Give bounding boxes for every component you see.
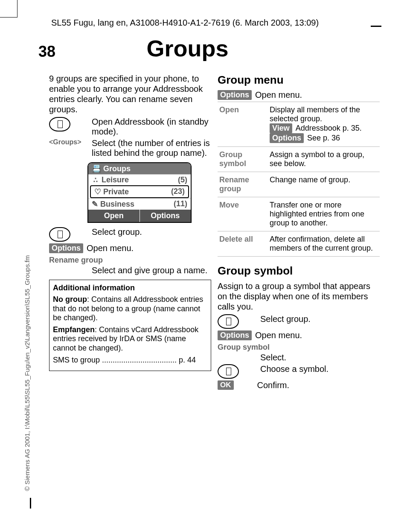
menu-key: Move <box>218 197 268 231</box>
crop-mark-tr <box>371 26 381 27</box>
screen-title-text: Groups <box>103 164 131 173</box>
right-column: Group menu Options Open menu. Open Displ… <box>218 73 380 392</box>
menu-row-group-symbol: Group symbolAssign a symbol to a group, … <box>218 147 380 172</box>
nav-icon <box>49 227 70 242</box>
rename-group-label: Rename group <box>49 256 211 265</box>
opt-txt: See p. 36 <box>307 134 340 142</box>
menu-row-open: Open Display all members of the selected… <box>218 102 380 147</box>
business-label: Business <box>100 200 134 208</box>
menu-val: Display all members of the selected grou… <box>268 102 380 147</box>
screen-row-private: ♡ Private (23) <box>90 185 189 198</box>
menu-val: Change name of group. <box>268 172 380 197</box>
menu-key: Group symbol <box>218 147 268 172</box>
info-heading: Additional information <box>53 284 207 292</box>
nav-icon <box>49 117 70 132</box>
view-softkey: View <box>270 123 292 133</box>
info-p3: SMS to group ...........................… <box>53 356 207 365</box>
row-label: ⛬ Leisure <box>92 175 129 184</box>
groups-select-txt: Select (the number of entries is listed … <box>92 138 211 158</box>
page-title: Groups <box>0 35 375 61</box>
menu-row-delete: Delete allAfter confirmation, delete all… <box>218 231 380 257</box>
group-menu-heading: Group menu <box>218 73 380 87</box>
open-menu-txt: Open menu. <box>255 90 380 100</box>
phone-screen: 📇 Groups ⛬ Leisure (5) ♡ Private (23) ✎ … <box>87 162 192 223</box>
crop-mark-bl <box>30 498 31 509</box>
info-p1-b: No group <box>53 295 87 304</box>
sym-open-menu: Open menu. <box>255 330 380 340</box>
group-symbol-heading: Group symbol <box>218 264 380 278</box>
info-p1: No group: Contains all Addressbook entri… <box>53 295 207 323</box>
row-count: (5) <box>178 175 187 184</box>
row-label: ✎ Business <box>92 199 134 209</box>
menu-row-move: MoveTransfer one or more highlighted ent… <box>218 197 380 231</box>
groups-key: <Groups> <box>49 138 92 146</box>
header-line: SL55 Fugu, lang en, A31008-H4910-A1-2-76… <box>51 18 319 28</box>
softkey-bar: Open Options <box>88 210 191 222</box>
menu-val: Transfer one or more highlighted entries… <box>268 197 380 231</box>
menu-val: Assign a symbol to a group, see below. <box>268 147 380 172</box>
sym-confirm: Confirm. <box>257 380 380 390</box>
sym-choose: Choose a symbol. <box>260 364 380 374</box>
info-p2-b: Empfangen <box>53 325 95 334</box>
side-copyright: © Siemens AG 2001, I:\Mobil\L55\SL55_Fug… <box>23 255 31 491</box>
view-txt: Addressbook p. 35. <box>296 124 362 132</box>
private-label: Private <box>103 187 129 196</box>
screen-title: 📇 Groups <box>88 163 191 174</box>
symbol-intro: Assign to a group a symbol that appears … <box>218 281 380 312</box>
softkey-options: Options <box>140 210 191 222</box>
private-icon: ♡ <box>94 187 101 196</box>
group-menu-table: Open Display all members of the selected… <box>218 102 380 257</box>
nav-icon <box>218 314 239 329</box>
sym-label: Group symbol <box>218 343 380 352</box>
intro-para: 9 groups are specified in your phone, to… <box>49 73 211 114</box>
ok-softkey: OK <box>218 380 234 390</box>
left-column: 9 groups are specified in your phone, to… <box>49 73 211 371</box>
row-count: (11) <box>174 199 187 209</box>
screen-row-leisure: ⛬ Leisure (5) <box>88 174 191 185</box>
options-softkey: Options <box>218 90 252 100</box>
row-label: ♡ Private <box>94 187 129 196</box>
menu-val: After confirmation, delete all members o… <box>268 231 380 257</box>
menu-key: Delete all <box>218 231 268 257</box>
leisure-icon: ⛬ <box>92 175 99 184</box>
menu-key: Open <box>218 102 268 147</box>
menu-key: Rename group <box>218 172 268 197</box>
row-count: (23) <box>171 187 185 196</box>
softkey-open: Open <box>88 210 140 222</box>
sym-select: Select. <box>260 353 380 362</box>
select-group-txt: Select group. <box>92 227 211 237</box>
business-icon: ✎ <box>92 200 98 208</box>
leisure-label: Leisure <box>102 175 129 184</box>
sym-select-group: Select group. <box>260 314 380 324</box>
open-menu-txt: Open menu. <box>87 243 211 253</box>
options-softkey: Options <box>218 330 252 340</box>
menu-val-text: Display all members of the selected grou… <box>270 105 360 123</box>
nav-icon <box>218 364 239 379</box>
step-open-addressbook: Open Addressbook (in standby mode). <box>92 117 211 137</box>
crop-mark-tl <box>0 0 17 18</box>
options-softkey: Options <box>49 243 83 253</box>
menu-row-rename: Rename groupChange name of group. <box>218 172 380 197</box>
info-box: Additional information No group: Contain… <box>49 280 211 371</box>
info-p2: Empfangen: Contains vCard Addressbook en… <box>53 325 207 353</box>
options-softkey: Options <box>270 133 304 143</box>
rename-group-txt: Select and give group a name. <box>92 266 211 275</box>
screen-row-business: ✎ Business (11) <box>88 198 191 210</box>
